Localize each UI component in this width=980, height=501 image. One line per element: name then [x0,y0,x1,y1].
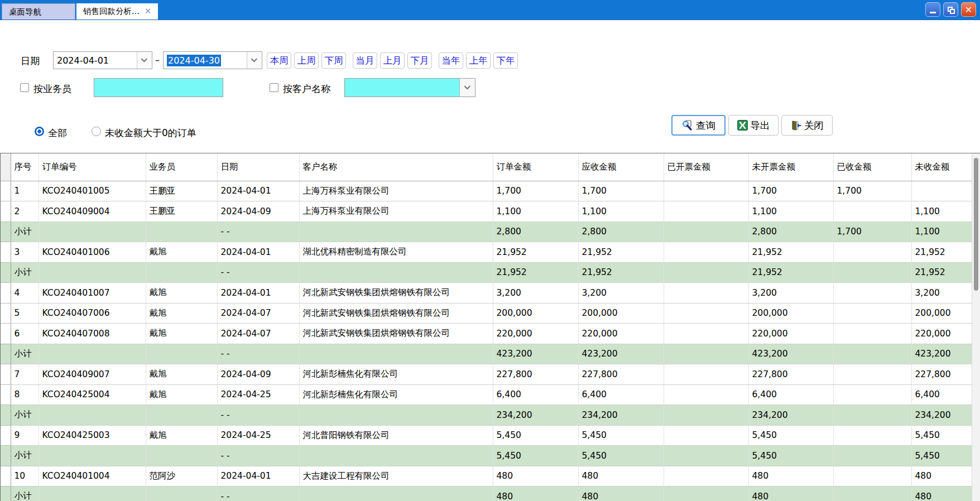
row-selector[interactable] [1,283,11,304]
column-header-9[interactable]: 已收金额 [833,153,911,181]
row-selector[interactable] [1,364,11,385]
cell [39,486,146,501]
cell: KCO240401004 [39,466,146,486]
date-to-dropdown-button[interactable] [247,52,262,69]
period-button-0[interactable]: 本周 [267,52,291,69]
table-row[interactable]: 1KCO240401005王鹏亚2024-04-01上海万科泵业有限公司1,70… [1,181,980,201]
row-selector[interactable] [1,425,11,446]
cell [833,425,911,446]
column-header-3[interactable]: 日期 [217,153,299,181]
row-selector[interactable] [1,486,11,501]
table-row[interactable]: 4KCO240401007戴旭2024-04-01河北新武安钢铁集团烘熔钢铁有限… [1,283,980,304]
column-header-7[interactable]: 已开票金额 [664,153,748,181]
query-button[interactable]: 查询 [671,115,726,136]
table-row[interactable]: 10KCO240401004范阿沙2024-04-01大吉建设工程有限公司480… [1,466,980,486]
period-button-4[interactable]: 上月 [380,52,405,69]
close-window-button[interactable]: ✕ [961,2,976,17]
by-customer-checkbox[interactable] [270,83,278,92]
cell: 5,450 [578,425,664,446]
table-row[interactable]: 2KCO240409004王鹏亚2024-04-09上海万科泵业有限公司1,10… [1,201,980,222]
period-button-2[interactable]: 下周 [321,52,346,69]
cell [39,262,146,283]
table-row[interactable]: 9KCO240425003戴旭2024-04-25河北普阳钢铁有限公司5,450… [1,425,980,446]
subtotal-row[interactable]: 小计- -21,95221,95221,95221,952 [1,262,980,283]
restore-button[interactable] [943,2,958,17]
row-selector-header[interactable] [1,153,11,181]
cell: 2024-04-01 [217,466,299,486]
subtotal-row[interactable]: 小计- -423,200423,200423,200423,200 [1,344,980,364]
table-row[interactable]: 5KCO240407006戴旭2024-04-07河北新武安钢铁集团烘熔钢铁有限… [1,303,980,324]
close-view-button[interactable]: 关闭 [781,115,833,136]
cell: 234,200 [493,405,578,426]
cell: 1,700 [578,181,664,201]
cell [664,364,748,385]
period-button-3[interactable]: 当月 [353,52,377,69]
column-header-1[interactable]: 订单编号 [39,153,146,181]
column-header-5[interactable]: 订单金额 [493,153,578,181]
customer-combobox[interactable] [344,78,475,97]
table-row[interactable]: 7KCO240409007戴旭2024-04-09河北新彭楠焦化有限公司227,… [1,364,980,385]
cell: 王鹏亚 [146,181,217,201]
date-from-dropdown-button[interactable] [137,52,152,69]
cell [833,384,911,405]
period-button-8[interactable]: 下年 [493,52,518,69]
subtotal-row[interactable]: 小计- -480480480480 [1,486,980,501]
period-button-6[interactable]: 当年 [439,52,463,69]
subtotal-row[interactable]: 小计- -5,4505,4505,4505,450 [1,446,980,466]
scope-unpaid-radio[interactable] [92,127,101,136]
column-header-8[interactable]: 未开票金额 [748,153,833,181]
cell: 21,952 [911,262,980,283]
cell [664,283,748,304]
scrollbar-thumb[interactable] [974,158,978,291]
row-selector[interactable] [1,303,11,324]
row-selector[interactable] [1,344,11,364]
row-selector[interactable] [1,262,11,283]
cell: 227,800 [911,364,980,385]
cell [833,242,911,263]
date-from-combobox[interactable]: 2024-04-01 [53,51,152,69]
column-header-6[interactable]: 应收金额 [578,153,664,181]
vertical-scrollbar[interactable] [972,153,980,501]
by-customer-label: 按客户名称 [283,83,330,95]
row-selector[interactable] [1,221,11,242]
minimize-button[interactable] [925,2,940,17]
row-selector[interactable] [1,242,11,263]
column-header-4[interactable]: 客户名称 [299,153,493,181]
subtotal-row[interactable]: 小计- -234,200234,200234,200234,200 [1,405,980,426]
tab-sales-payment-analysis[interactable]: 销售回款分析... ✕ [76,3,158,20]
by-salesman-checkbox[interactable] [20,83,29,92]
table-row[interactable]: 8KCO240425004戴旭2024-04-25河北新彭楠焦化有限公司6,40… [1,384,980,405]
salesman-input[interactable] [94,78,223,97]
tab-desktop-navigation-label: 桌面导航 [9,7,41,17]
period-button-5[interactable]: 下月 [407,52,432,69]
cell [664,262,748,283]
tab-close-icon[interactable]: ✕ [145,7,152,16]
cell: 234,200 [748,405,833,426]
row-selector[interactable] [1,181,11,201]
cell: 1 [11,181,39,201]
row-selector[interactable] [1,466,11,486]
period-button-1[interactable]: 上周 [294,52,319,69]
date-to-combobox[interactable]: 2024-04-30 [163,51,262,69]
table-row[interactable]: 3KCO240401006戴旭2024-04-01湖北优科精密制造有限公司21,… [1,242,980,263]
tab-desktop-navigation[interactable]: 桌面导航 [2,3,75,20]
column-header-10[interactable]: 未收金额 [911,153,980,181]
customer-dropdown-button[interactable] [459,79,475,97]
row-selector[interactable] [1,446,11,466]
table-row[interactable]: 6KCO240407008戴旭2024-04-07河北新武安钢铁集团烘熔钢铁有限… [1,324,980,344]
cell [39,344,146,364]
column-header-0[interactable]: 序号 [11,153,39,181]
row-selector[interactable] [1,384,11,405]
row-selector[interactable] [1,405,11,426]
exit-door-icon [790,120,801,131]
cell: 5,450 [493,425,578,446]
period-button-7[interactable]: 上年 [466,52,491,69]
row-selector[interactable] [1,201,11,222]
subtotal-row[interactable]: 小计- -2,8002,8002,8001,7001,100 [1,221,980,242]
row-selector[interactable] [1,324,11,344]
cell: 小计 [11,344,39,364]
column-header-2[interactable]: 业务员 [146,153,217,181]
cell: KCO240409007 [39,364,146,385]
export-button[interactable]: 导出 [728,115,779,136]
scope-all-radio[interactable] [35,127,44,136]
